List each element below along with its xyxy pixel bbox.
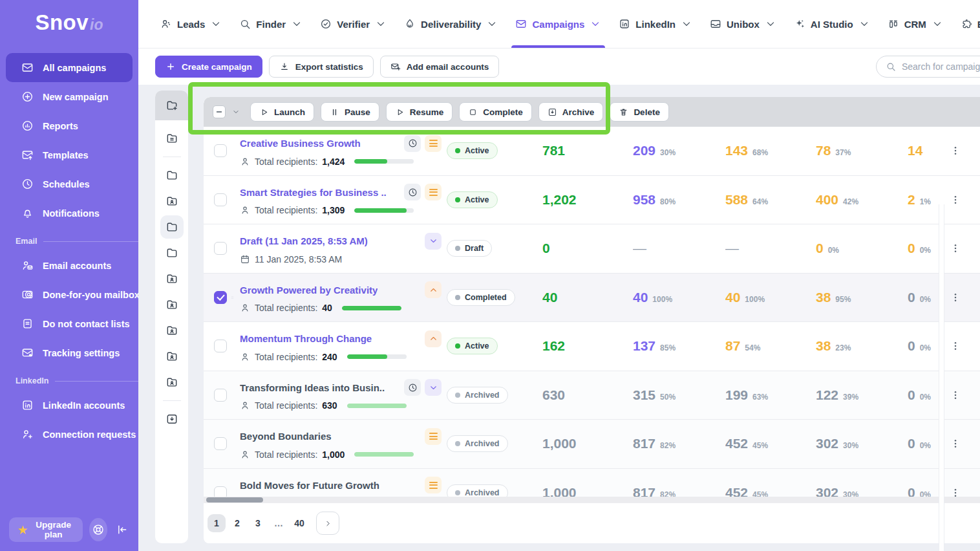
row-checkbox[interactable] (214, 389, 227, 402)
folder-item[interactable] (160, 164, 184, 187)
bulk-archive-button[interactable]: Archive (538, 102, 604, 122)
collapse-sidebar-button[interactable] (114, 520, 129, 539)
nav-item-deliverability[interactable]: Deliverability (404, 0, 498, 48)
folder-item[interactable] (160, 319, 184, 342)
row-menu-button[interactable] (944, 438, 966, 449)
campaign-name-link[interactable]: Smart Strategies for Business .. (240, 187, 387, 198)
sidebar-item-done-for-you-mailboxes[interactable]: Done-for-you mailboxes (6, 280, 133, 309)
folder-item[interactable] (160, 127, 184, 150)
folder-item[interactable] (160, 189, 184, 213)
stat-value: 38 (816, 290, 831, 305)
select-dropdown-caret[interactable] (232, 108, 240, 116)
folder-item[interactable] (160, 241, 184, 265)
row-checkbox[interactable] (214, 242, 227, 255)
bulk-resume-button[interactable]: Resume (386, 102, 453, 122)
sidebar-item-reports[interactable]: Reports (6, 111, 133, 140)
nav-item-verifier[interactable]: Verifier (320, 0, 387, 48)
campaign-name-link[interactable]: Draft (11 Jan 2025, 8:53 AM) (240, 235, 368, 246)
campaign-name-link[interactable]: Bold Moves for Future Growth (240, 480, 379, 491)
expand-row-badge[interactable] (425, 379, 442, 396)
horizontal-scrollbar-thumb[interactable] (206, 497, 263, 502)
sidebar-item-email-accounts[interactable]: Email accounts (6, 251, 133, 280)
bulk-actions-toolbar: LaunchPauseResumeCompleteArchiveDelete (204, 97, 980, 127)
add-email-accounts-button[interactable]: Add email accounts (380, 56, 500, 78)
sidebar-item-all-campaigns[interactable]: All campaigns (6, 53, 133, 82)
campaign-name-link[interactable]: Growth Powered by Creativity (240, 285, 378, 296)
horizontal-scrollbar[interactable] (204, 497, 980, 503)
stat-value: 0 (908, 241, 915, 256)
row-checkbox[interactable] (214, 340, 227, 352)
search-input[interactable] (902, 61, 980, 72)
row-menu-button[interactable] (944, 487, 966, 497)
add-folder-button[interactable] (155, 91, 188, 120)
pagination-page-40[interactable]: 40 (290, 514, 308, 532)
bulk-complete-button[interactable]: Complete (459, 102, 532, 122)
sidebar-item-linkedin-accounts[interactable]: LinkedIn accounts (6, 391, 133, 420)
nav-item-extensions[interactable]: Extensions (961, 0, 980, 48)
upgrade-plan-button[interactable]: ★ Upgrade plan (9, 517, 83, 542)
sequence-menu-badge[interactable] (425, 477, 442, 493)
schedule-clock-badge[interactable] (404, 379, 421, 396)
sidebar-item-new-campaign[interactable]: New campaign (6, 82, 133, 111)
brand-logo[interactable]: Snov io (0, 0, 138, 41)
sidebar-item-notifications[interactable]: Notifications (6, 199, 133, 228)
nav-item-leads[interactable]: Leads (160, 0, 222, 48)
create-campaign-button[interactable]: Create campaign (155, 56, 262, 78)
pagination-page-1[interactable]: 1 (208, 514, 226, 532)
pagination-next-button[interactable] (316, 512, 339, 535)
row-menu-button[interactable] (944, 243, 966, 254)
nav-item-ai-studio[interactable]: AI Studio (794, 0, 870, 48)
export-statistics-button[interactable]: Export statistics (269, 56, 374, 78)
pagination-page-2[interactable]: 2 (228, 514, 246, 532)
collapse-row-badge[interactable] (425, 330, 442, 347)
campaign-name-link[interactable]: Momentum Through Change (240, 333, 372, 344)
campaign-name-link[interactable]: Beyond Boundaries (240, 431, 332, 442)
bulk-launch-button[interactable]: Launch (250, 102, 314, 122)
folder-item[interactable] (160, 215, 184, 239)
bulk-delete-button[interactable]: Delete (610, 102, 669, 122)
row-menu-button[interactable] (944, 389, 966, 401)
pagination-page-3[interactable]: 3 (249, 514, 267, 532)
sidebar-item-do-not-contact-lists[interactable]: Do not contact lists (6, 309, 133, 338)
schedule-clock-badge[interactable] (404, 184, 421, 200)
row-menu-button[interactable] (944, 340, 966, 352)
sidebar-item-templates[interactable]: Templates (6, 140, 133, 169)
folder-item[interactable] (160, 345, 184, 368)
campaign-name-cell: Transforming Ideas into Busin..Total rec… (233, 379, 447, 411)
row-checkbox[interactable] (214, 193, 227, 206)
sidebar-item-schedules[interactable]: Schedules (6, 169, 133, 199)
sidebar-item-connection-requests[interactable]: Connection requests (6, 420, 133, 449)
nav-item-finder[interactable]: Finder (239, 0, 303, 48)
campaign-name-link[interactable]: Transforming Ideas into Busin.. (240, 382, 385, 393)
vertical-scrollbar[interactable] (939, 204, 944, 551)
sequence-menu-badge[interactable] (425, 184, 442, 200)
sequence-menu-badge[interactable] (425, 135, 442, 152)
row-checkbox[interactable] (214, 291, 227, 304)
row-checkbox[interactable] (214, 486, 227, 497)
pause-icon (330, 107, 339, 117)
nav-item-campaigns[interactable]: Campaigns (515, 0, 601, 48)
sequence-menu-badge[interactable] (425, 428, 442, 445)
campaign-name-link[interactable]: Creative Business Growth (240, 138, 361, 149)
nav-item-linkedin[interactable]: LinkedIn (619, 0, 692, 48)
folder-item[interactable] (160, 267, 184, 290)
stat-value: 0 (908, 338, 915, 354)
help-button[interactable] (89, 518, 107, 541)
folder-item[interactable] (160, 371, 184, 394)
folder-item[interactable] (160, 293, 184, 316)
nav-item-unibox[interactable]: Unibox (710, 0, 776, 48)
collapse-row-badge[interactable] (425, 281, 442, 298)
folder-item[interactable] (160, 407, 184, 431)
bulk-pause-button[interactable]: Pause (321, 102, 379, 122)
row-select-cell (204, 144, 233, 157)
sidebar-item-tracking-settings[interactable]: Tracking settings (6, 338, 133, 367)
row-menu-button[interactable] (944, 194, 966, 206)
row-checkbox[interactable] (214, 144, 227, 157)
schedule-clock-badge[interactable] (404, 135, 421, 152)
row-checkbox[interactable] (214, 437, 227, 450)
row-menu-button[interactable] (944, 292, 966, 303)
select-all-checkbox[interactable] (213, 105, 226, 118)
expand-row-badge[interactable] (425, 233, 442, 250)
nav-item-crm[interactable]: CRM (888, 0, 943, 48)
row-menu-button[interactable] (944, 145, 966, 157)
